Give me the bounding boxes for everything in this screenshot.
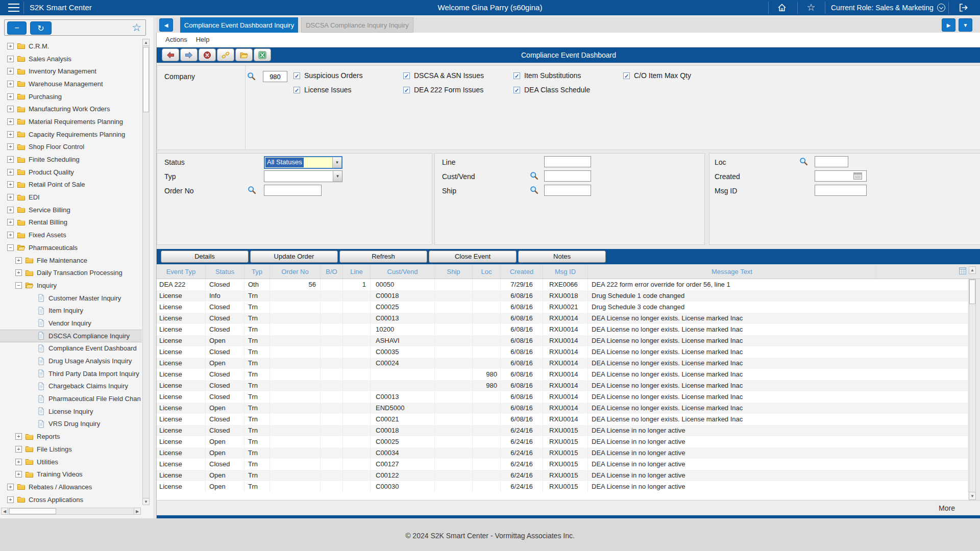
table-row[interactable]: LicenseClosedTrn9806/08/16RXU0014DEA Lic… (157, 380, 968, 391)
expander-plus-icon[interactable]: + (7, 194, 14, 201)
home-button[interactable] (774, 3, 790, 13)
ship-search-icon[interactable] (530, 186, 538, 194)
sidebar-item-item-inquiry[interactable]: Item Inquiry (0, 304, 142, 317)
logout-button[interactable] (955, 3, 971, 13)
sidebar-scroll-down-icon[interactable]: ▼ (142, 498, 150, 505)
expander-minus-icon[interactable]: − (15, 282, 22, 289)
close-event-button[interactable]: Close Event (429, 251, 517, 263)
cust-vend-search-icon[interactable] (530, 171, 538, 180)
favorites-star-icon[interactable]: ☆ (132, 21, 141, 34)
expander-plus-icon[interactable]: + (7, 207, 14, 213)
expander-plus-icon[interactable]: + (15, 459, 22, 465)
current-role-selector[interactable]: Current Role: Sales & Marketing (831, 4, 945, 12)
table-row[interactable]: LicenseClosedTrnC000186/24/16RXU0015DEA … (157, 425, 968, 436)
table-row[interactable]: LicenseInfoTrnC000186/08/16RXU0018Drug S… (157, 290, 968, 302)
typ-dropdown[interactable]: ▼ (264, 170, 342, 182)
expander-plus-icon[interactable]: + (15, 269, 22, 276)
tab-scroll-left-button[interactable]: ◀ (159, 18, 173, 32)
ship-input[interactable] (544, 185, 591, 196)
sidebar-item-inquiry[interactable]: −Inquiry (0, 279, 142, 292)
expander-plus-icon[interactable]: + (15, 471, 22, 478)
sidebar-item-shop-floor-control[interactable]: +Shop Floor Control (0, 141, 142, 154)
table-row[interactable]: LicenseOpenTrnC000346/24/16RXU0015DEA Li… (157, 447, 968, 459)
sidebar-item-pharmaceutical-file-field-chan[interactable]: Pharmaceutical File Field Chan (0, 392, 142, 405)
grid-scroll-up-icon[interactable]: ▲ (969, 266, 976, 274)
expander-plus-icon[interactable]: + (7, 143, 14, 150)
grid-settings-icon[interactable] (959, 267, 966, 274)
table-row[interactable]: LicenseClosedTrnC000256/08/16RXU0021Drug… (157, 302, 968, 313)
checkbox-c-o-item-max-qty[interactable]: ✓ (623, 72, 630, 79)
sidebar-item-retail-point-of-sale[interactable]: +Retail Point of Sale (0, 179, 142, 191)
expander-plus-icon[interactable]: + (7, 93, 14, 100)
table-row[interactable]: LicenseClosedTrnC000136/08/16RXU0014DEA … (157, 313, 968, 324)
refresh-tree-button[interactable]: ↻ (30, 21, 52, 35)
sidebar-item-chargeback-claims-inquiry[interactable]: Chargeback Claims Inquiry (0, 380, 142, 393)
table-row[interactable]: LicenseOpenTrnC000256/24/16RXU0015DEA Li… (157, 436, 968, 447)
sidebar-scroll-up-icon[interactable]: ▲ (142, 39, 150, 46)
expander-plus-icon[interactable]: + (7, 496, 14, 503)
notes-button[interactable]: Notes (518, 251, 606, 263)
table-row[interactable]: LicenseOpenTrnC000246/08/16RXU0014DEA Li… (157, 358, 968, 369)
sidebar-item-file-listings[interactable]: +File Listings (0, 443, 142, 456)
company-input[interactable] (263, 71, 287, 82)
details-button[interactable]: Details (161, 251, 249, 263)
loc-input[interactable] (815, 156, 848, 167)
table-row[interactable]: LicenseOpenTrnC000306/24/16RXU0015DEA Li… (157, 481, 968, 492)
sidebar-hscroll-thumb[interactable] (9, 508, 56, 514)
favorites-button[interactable]: ☆ (803, 3, 819, 13)
sidebar-item-rebates-allowances[interactable]: +Rebates / Allowances (0, 481, 142, 493)
table-row[interactable]: LicenseClosedTrnC000356/08/16RXU0014DEA … (157, 346, 968, 358)
sidebar-item-utilities[interactable]: +Utilities (0, 456, 142, 468)
collapse-tree-button[interactable]: − (7, 21, 27, 35)
table-row[interactable]: LicenseOpenTrnC001226/24/16RXU0015DEA Li… (157, 470, 968, 481)
sidebar-item-edi[interactable]: +EDI (0, 191, 142, 204)
sidebar-scroll-left-icon[interactable]: ◀ (1, 508, 8, 515)
table-row[interactable]: LicenseOpenTrnASHAVI6/08/16RXU0014DEA Li… (157, 335, 968, 346)
grid-vscroll-track[interactable] (969, 279, 976, 500)
sidebar-item-vendor-inquiry[interactable]: Vendor Inquiry (0, 317, 142, 330)
expander-plus-icon[interactable]: + (7, 131, 14, 138)
expander-plus-icon[interactable]: + (7, 43, 14, 49)
expander-plus-icon[interactable]: + (15, 433, 22, 440)
sidebar-item-third-party-data-import-inquiry[interactable]: Third Party Data Import Inquiry (0, 367, 142, 380)
sidebar-scroll-right-icon[interactable]: ▶ (134, 508, 141, 515)
table-row[interactable]: DEA 222ClosedOth561000507/29/16RXE0066DE… (157, 279, 968, 290)
sidebar-item-rental-billing[interactable]: +Rental Billing (0, 216, 142, 229)
status-combobox[interactable]: All Statuses ▼ (264, 156, 342, 169)
sidebar-item-sales-analysis[interactable]: +Sales Analysis (0, 53, 142, 65)
expander-plus-icon[interactable]: + (7, 484, 14, 490)
sidebar-item-customer-master-inquiry[interactable]: Customer Master Inquiry (0, 292, 142, 305)
grid-scroll-down-icon[interactable]: ▼ (969, 492, 976, 500)
order-no-input[interactable] (264, 185, 322, 196)
calendar-icon[interactable] (853, 172, 862, 180)
checkbox-dscsa-asn-issues[interactable]: ✓ (403, 72, 410, 79)
checkbox-dea-222-form-issues[interactable]: ✓ (403, 87, 410, 93)
expander-plus-icon[interactable]: + (7, 169, 14, 176)
expander-plus-icon[interactable]: + (7, 81, 14, 87)
expander-plus-icon[interactable]: + (7, 118, 14, 125)
table-row[interactable]: LicenseClosedTrnC000136/08/16RXU0014DEA … (157, 391, 968, 403)
expander-plus-icon[interactable]: + (7, 181, 14, 188)
sidebar-item-inventory-management[interactable]: +Inventory Management (0, 65, 142, 78)
loc-search-icon[interactable] (799, 157, 808, 166)
sidebar-item-warehouse-management[interactable]: +Warehouse Management (0, 78, 142, 90)
expander-plus-icon[interactable]: + (7, 219, 14, 226)
sidebar-item-purchasing[interactable]: +Purchasing (0, 90, 142, 103)
grid-vscroll-thumb[interactable] (969, 280, 975, 304)
sidebar-item-fixed-assets[interactable]: +Fixed Assets (0, 229, 142, 241)
sidebar-item-service-billing[interactable]: +Service Billing (0, 204, 142, 216)
table-row[interactable]: LicenseClosedTrnC001276/24/16RXU0015DEA … (157, 459, 968, 470)
sidebar-item-vrs-drug-inquiry[interactable]: VRS Drug Inquiry (0, 418, 142, 431)
sidebar-item-drug-usage-analysis-inquiry[interactable]: Drug Usage Analysis Inquiry (0, 355, 142, 367)
expander-plus-icon[interactable]: + (7, 106, 14, 112)
tab-dscsa-compliance-inquiry-inquiry[interactable]: DSCSA Compliance Inquiry Inquiry (301, 17, 413, 33)
sidebar-item-manufacturing-work-orders[interactable]: +Manufacturing Work Orders (0, 103, 142, 115)
sidebar-item-finite-scheduling[interactable]: +Finite Scheduling (0, 153, 142, 166)
tab-compliance-event-dashboard-inquiry[interactable]: Compliance Event Dashboard Inquiry (180, 17, 298, 33)
checkbox-license-issues[interactable]: ✓ (293, 87, 300, 93)
menu-actions[interactable]: Actions (165, 36, 187, 43)
sidebar-vscroll-thumb[interactable] (143, 47, 149, 112)
table-row[interactable]: LicenseClosedTrnC000216/08/16RXU0014DEA … (157, 414, 968, 425)
msg-id-input[interactable] (815, 185, 867, 196)
sidebar-item-license-inquiry[interactable]: License Inquiry (0, 405, 142, 418)
